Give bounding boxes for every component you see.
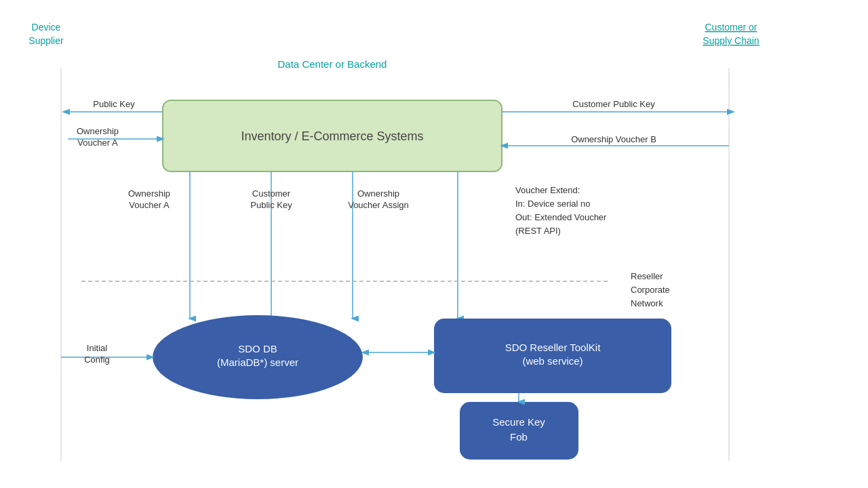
- svg-text:(web service): (web service): [522, 355, 583, 367]
- reseller-corporate-label: Reseller: [631, 271, 663, 281]
- device-supplier-label: Device: [32, 22, 61, 33]
- customer-public-key-top-label: Customer Public Key: [572, 99, 655, 109]
- svg-text:Out: Extended Voucher: Out: Extended Voucher: [515, 212, 607, 222]
- ownership-voucher-b-label: Ownership Voucher B: [571, 134, 656, 144]
- initial-config-label: Initial: [87, 343, 107, 353]
- svg-text:Supplier: Supplier: [28, 35, 64, 46]
- svg-text:(REST API): (REST API): [515, 226, 561, 236]
- svg-text:Supply Chain[interactable]: Supply Chain: [703, 35, 759, 46]
- svg-text:Public Key: Public Key: [250, 200, 292, 210]
- inventory-label: Inventory / E-Commerce Systems: [241, 129, 423, 143]
- customer-public-key-mid-label: Customer: [252, 188, 291, 199]
- architecture-diagram: Inventory / E-Commerce Systems Public Ke…: [0, 0, 868, 488]
- svg-text:Fob: Fob: [510, 431, 528, 443]
- sdo-reseller-label: SDO Reseller ToolKit: [505, 342, 601, 353]
- public-key-label: Public Key: [93, 99, 135, 109]
- voucher-extend-label: Voucher Extend:: [515, 185, 580, 195]
- svg-text:(MariaDB*) server: (MariaDB*) server: [217, 357, 298, 368]
- data-center-label: Data Center or Backend: [278, 58, 387, 70]
- sdo-db-label: SDO DB: [238, 343, 277, 354]
- ownership-voucher-a-mid-label: Ownership: [128, 188, 170, 199]
- svg-text:In: Device serial no: In: Device serial no: [515, 199, 591, 209]
- ownership-voucher-a-left-label: Ownership: [77, 126, 119, 136]
- svg-text:Corporate: Corporate: [631, 285, 670, 295]
- secure-fob-label: Secure Key: [492, 416, 545, 428]
- svg-text:Config: Config: [84, 354, 110, 365]
- customer-supply-chain-label[interactable]: Customer or: [705, 22, 757, 33]
- svg-text:Voucher Assign: Voucher Assign: [348, 200, 409, 210]
- svg-text:Voucher A: Voucher A: [77, 138, 118, 148]
- svg-text:Voucher A: Voucher A: [129, 200, 170, 210]
- svg-text:Network: Network: [631, 298, 663, 308]
- ownership-voucher-assign-label: Ownership: [357, 188, 399, 199]
